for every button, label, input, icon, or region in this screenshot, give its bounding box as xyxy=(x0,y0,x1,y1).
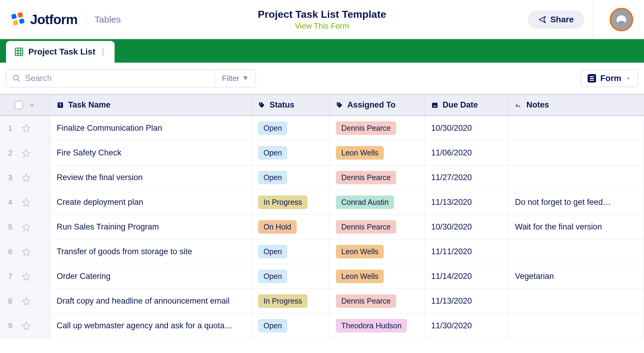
avatar[interactable] xyxy=(610,8,633,31)
cell-date[interactable]: 11/30/2020 xyxy=(425,314,508,338)
cell-task[interactable]: Order Catering xyxy=(50,264,251,289)
svg-rect-21 xyxy=(436,102,436,104)
cell-status[interactable]: On Hold xyxy=(251,215,329,239)
tab-label: Project Task List xyxy=(28,47,95,57)
cell-status[interactable]: Open xyxy=(251,165,329,190)
cell-notes[interactable] xyxy=(508,289,644,313)
cell-task[interactable]: Run Sales Training Program xyxy=(50,215,251,239)
star-icon[interactable] xyxy=(22,124,31,133)
cell-notes[interactable] xyxy=(508,116,644,140)
cell-status[interactable]: Open xyxy=(251,141,329,165)
star-icon[interactable] xyxy=(22,223,31,232)
header-assigned[interactable]: Assigned To xyxy=(329,95,425,115)
share-button[interactable]: Share xyxy=(528,11,584,29)
table-row[interactable]: 2Fire Safety CheckOpenLeon Wells11/06/20… xyxy=(0,141,644,165)
cell-task[interactable]: Draft copy and headline of announcement … xyxy=(50,289,251,313)
svg-point-16 xyxy=(260,103,261,105)
table-row[interactable]: 5Run Sales Training ProgramOn HoldDennis… xyxy=(0,215,644,239)
cell-task[interactable]: Finalize Communication Plan xyxy=(50,116,251,140)
cell-task[interactable]: Review the final version xyxy=(50,165,251,190)
table-row[interactable]: 3Review the final versionOpenDennis Pear… xyxy=(0,165,644,190)
table-row[interactable]: 1Finalize Communication PlanOpenDennis P… xyxy=(0,116,644,141)
cell-task[interactable]: Create deployment plan xyxy=(50,190,251,214)
table-row[interactable]: 4Create deployment planIn ProgressConrad… xyxy=(0,190,644,215)
cell-status[interactable]: Open xyxy=(251,239,329,264)
cell-date[interactable]: 11/13/2020 xyxy=(425,190,508,214)
cell-date[interactable]: 11/14/2020 xyxy=(425,264,508,289)
cell-task[interactable]: Transfer of goods from storage to site xyxy=(50,239,251,264)
table-row[interactable]: 8Draft copy and headline of announcement… xyxy=(0,289,644,314)
header-task[interactable]: T Task Name xyxy=(50,95,251,115)
cell-assigned[interactable]: Theodora Hudson xyxy=(329,314,425,338)
select-all-checkbox[interactable] xyxy=(14,101,23,109)
cell-assigned[interactable]: Leon Wells xyxy=(329,141,425,165)
cell-status[interactable]: Open xyxy=(251,314,329,338)
star-icon[interactable] xyxy=(22,321,31,330)
cell-date[interactable]: 11/11/2020 xyxy=(425,239,508,264)
cell-status[interactable]: Open xyxy=(251,264,329,289)
header-gutter xyxy=(0,95,50,115)
row-gutter: 8 xyxy=(0,289,50,313)
search-input[interactable] xyxy=(25,73,208,83)
cell-notes[interactable] xyxy=(508,165,644,190)
logo[interactable]: Jotform xyxy=(11,12,77,27)
cell-date[interactable]: 11/06/2020 xyxy=(425,141,508,165)
section-label[interactable]: Tables xyxy=(95,14,121,25)
table-row[interactable]: 9Call up webmaster agency and ask for a … xyxy=(0,314,644,338)
cell-assigned[interactable]: Conrad Austin xyxy=(329,190,425,214)
cell-notes[interactable] xyxy=(508,314,644,338)
star-icon[interactable] xyxy=(22,272,31,281)
star-icon[interactable] xyxy=(22,247,31,256)
cell-notes[interactable]: Wait for the final version xyxy=(508,215,644,239)
cell-status[interactable]: Open xyxy=(251,116,329,140)
svg-rect-4 xyxy=(15,48,23,56)
brand-name: Jotform xyxy=(30,12,77,27)
view-form-link[interactable]: View This Form xyxy=(258,21,386,31)
table-row[interactable]: 6Transfer of goods from storage to siteO… xyxy=(0,239,644,264)
row-number: 7 xyxy=(7,272,13,281)
header-date[interactable]: 10 Due Date xyxy=(425,95,508,115)
cell-status[interactable]: In Progress xyxy=(251,289,329,313)
tab-menu-button[interactable] xyxy=(100,48,106,56)
cell-assigned[interactable]: Dennis Pearce xyxy=(329,165,425,190)
chevron-down-icon[interactable] xyxy=(28,102,36,109)
cell-date[interactable]: 11/13/2020 xyxy=(425,289,508,313)
svg-rect-3 xyxy=(19,18,25,24)
cell-task[interactable]: Fire Safety Check xyxy=(50,141,251,165)
cell-date[interactable]: 10/30/2020 xyxy=(425,215,508,239)
cell-assigned[interactable]: Leon Wells xyxy=(329,239,425,264)
cell-date[interactable]: 10/30/2020 xyxy=(425,116,508,140)
cell-assigned[interactable]: Dennis Pearce xyxy=(329,289,425,313)
row-number: 9 xyxy=(7,322,13,330)
cell-notes[interactable]: Vegetarian xyxy=(508,264,644,289)
header-status[interactable]: Status xyxy=(251,95,329,115)
form-icon xyxy=(588,74,596,83)
filter-button[interactable]: Filter xyxy=(214,70,256,87)
star-icon[interactable] xyxy=(22,148,31,158)
svg-line-13 xyxy=(18,80,20,82)
svg-point-12 xyxy=(14,75,18,80)
cell-assigned[interactable]: Dennis Pearce xyxy=(329,116,425,140)
star-icon[interactable] xyxy=(22,297,31,306)
cell-notes[interactable] xyxy=(508,239,644,264)
cell-notes[interactable]: Do not forget to get feed… xyxy=(508,190,644,214)
page-title: Project Task List Template xyxy=(258,8,386,20)
svg-rect-2 xyxy=(13,20,18,25)
cell-notes[interactable] xyxy=(508,141,644,165)
star-icon[interactable] xyxy=(22,173,31,182)
star-icon[interactable] xyxy=(22,198,31,207)
cell-assigned[interactable]: Dennis Pearce xyxy=(329,215,425,239)
divider xyxy=(592,0,593,39)
cell-assigned[interactable]: Leon Wells xyxy=(329,264,425,289)
cell-status[interactable]: In Progress xyxy=(251,190,329,214)
tab-project-task-list[interactable]: Project Task List xyxy=(6,41,115,63)
topbar: Jotform Tables Project Task List Templat… xyxy=(0,0,644,39)
cell-task[interactable]: Call up webmaster agency and ask for a q… xyxy=(50,314,251,338)
search-box[interactable] xyxy=(6,70,214,87)
svg-point-10 xyxy=(102,51,104,53)
table-row[interactable]: 7Order CateringOpenLeon Wells11/14/2020V… xyxy=(0,264,644,289)
svg-rect-20 xyxy=(433,102,434,104)
form-view-button[interactable]: Form xyxy=(581,70,638,87)
header-notes[interactable]: Aa Notes xyxy=(508,95,644,115)
cell-date[interactable]: 11/27/2020 xyxy=(425,165,508,190)
